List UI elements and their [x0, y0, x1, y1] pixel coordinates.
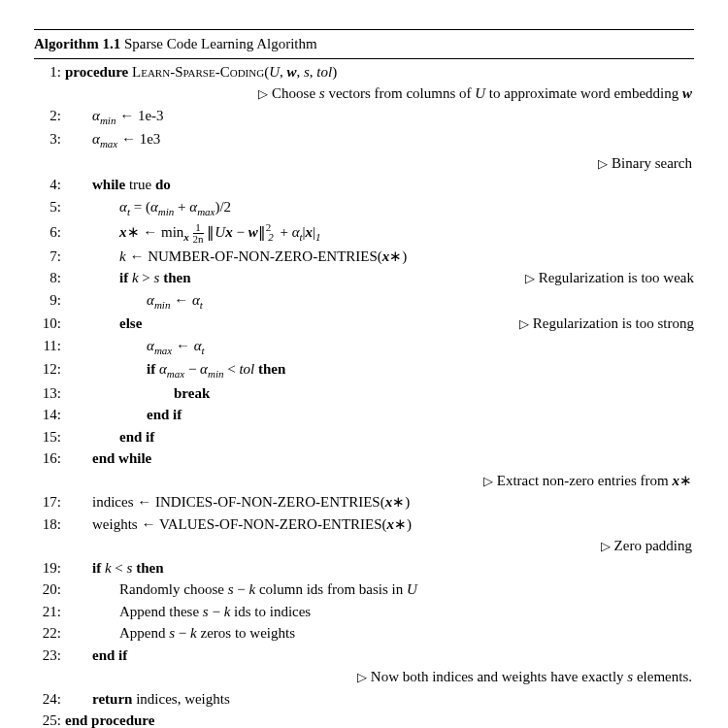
line-10: 10: else Regularization is too strong	[34, 313, 694, 335]
line-17: 17: indices ← INDICES-OF-NON-ZERO-ENTRIE…	[34, 491, 694, 513]
lineno: 14:	[34, 404, 65, 426]
algorithm-block: Algorithm 1.1 Sparse Code Learning Algor…	[34, 29, 694, 728]
lineno: 3:	[34, 128, 65, 150]
code: αt = (αmin + αmax)/2	[65, 196, 694, 220]
lineno: 16:	[34, 447, 65, 470]
code: weights ← VALUES-OF-NON-ZERO-ENTRIES(x∗)	[65, 513, 694, 536]
line-23: 23: end if	[34, 645, 694, 667]
line-25: 25: end procedure	[34, 710, 694, 728]
code: procedure Learn-Sparse-Coding(U, w, s, t…	[65, 61, 694, 83]
comment-text: Regularization is too strong	[519, 313, 694, 335]
code: indices ← INDICES-OF-NON-ZERO-ENTRIES(x∗…	[65, 491, 694, 513]
line-6: 6: x∗ ← minx 12n ‖Ux − w‖22 + αt|x|1	[34, 219, 694, 246]
line-16: 16: end while	[34, 447, 694, 470]
line-13: 13: break	[34, 382, 694, 405]
line-5: 5: αt = (αmin + αmax)/2	[34, 196, 694, 220]
algorithm-body: 1: procedure Learn-Sparse-Coding(U, w, s…	[34, 59, 694, 729]
lineno: 4:	[34, 174, 65, 196]
code: αmax ← 1e3	[65, 128, 694, 152]
lineno: 11:	[34, 335, 65, 357]
line-15: 15: end if	[34, 426, 694, 448]
line-18: 18: weights ← VALUES-OF-NON-ZERO-ENTRIES…	[34, 513, 694, 536]
algorithm-title: Algorithm 1.1 Sparse Code Learning Algor…	[34, 30, 694, 59]
code: end if	[65, 645, 694, 667]
line-20: 20: Randomly choose s − k column ids fro…	[34, 579, 694, 601]
comment-16: Extract non-zero entries from x∗	[34, 470, 694, 492]
code: αmin ← 1e-3	[65, 105, 694, 129]
algo-number: Algorithm 1.1	[34, 36, 120, 51]
comment-text: Binary search	[598, 152, 692, 175]
line-2: 2: αmin ← 1e-3	[34, 105, 694, 129]
line-21: 21: Append these s − k ids to indices	[34, 601, 694, 623]
comment-3: Binary search	[34, 152, 694, 175]
lineno: 13:	[34, 382, 65, 405]
lineno: 18:	[34, 513, 65, 536]
comment-text: Zero padding	[601, 535, 692, 557]
code: x∗ ← minx 12n ‖Ux − w‖22 + αt|x|1	[65, 219, 694, 246]
lineno: 25:	[34, 710, 65, 728]
line-4: 4: while true do	[34, 174, 694, 196]
comment-text: Regularization is too weak	[525, 267, 694, 289]
line-22: 22: Append s − k zeros to weights	[34, 622, 694, 645]
code: while true do	[65, 174, 694, 196]
lineno: 12:	[34, 358, 65, 381]
lineno: 17:	[34, 491, 65, 513]
code: return indices, weights	[65, 688, 694, 711]
lineno: 20:	[34, 579, 65, 601]
lineno: 22:	[34, 622, 65, 645]
line-19: 19: if k < s then	[34, 557, 694, 579]
line-9: 9: αmin ← αt	[34, 289, 694, 314]
comment-text: Extract non-zero entries from x∗	[483, 470, 692, 492]
line-14: 14: end if	[34, 404, 694, 426]
line-8: 8: if k > s then Regularization is too w…	[34, 267, 694, 289]
code: break	[65, 382, 694, 405]
code: end if	[65, 426, 694, 448]
line-1: 1: procedure Learn-Sparse-Coding(U, w, s…	[34, 61, 694, 83]
code: else	[65, 313, 519, 335]
code: end procedure	[65, 710, 694, 728]
lineno: 21:	[34, 601, 65, 623]
code: end if	[65, 404, 694, 426]
line-11: 11: αmax ← αt	[34, 335, 694, 359]
lineno: 2:	[34, 105, 65, 127]
comment-text: Now both indices and weights have exactl…	[357, 666, 692, 688]
algo-name: Sparse Code Learning Algorithm	[124, 36, 317, 51]
lineno: 23:	[34, 645, 65, 667]
kw-procedure: procedure	[65, 64, 128, 80]
line-7: 7: k ← NUMBER-OF-NON-ZERO-ENTRIES(x∗)	[34, 246, 694, 268]
code: end while	[65, 447, 694, 470]
lineno: 10:	[34, 313, 65, 335]
line-24: 24: return indices, weights	[34, 688, 694, 711]
code: Append these s − k ids to indices	[65, 601, 694, 623]
proc-name: Learn-Sparse-Coding	[132, 64, 264, 80]
lineno: 24:	[34, 688, 65, 711]
lineno: 6:	[34, 221, 65, 244]
comment-1: Choose s vectors from columns of U to ap…	[34, 83, 694, 105]
line-3: 3: αmax ← 1e3	[34, 128, 694, 152]
lineno: 8:	[34, 267, 65, 289]
lineno: 7:	[34, 246, 65, 268]
lineno: 15:	[34, 426, 65, 448]
code: Randomly choose s − k column ids from ba…	[65, 579, 694, 601]
lineno: 9:	[34, 289, 65, 312]
code: if k < s then	[65, 557, 694, 579]
code: k ← NUMBER-OF-NON-ZERO-ENTRIES(x∗)	[65, 246, 694, 268]
code: αmin ← αt	[65, 289, 694, 314]
lineno: 19:	[34, 557, 65, 579]
lineno: 1:	[34, 61, 65, 83]
code: Append s − k zeros to weights	[65, 622, 694, 645]
code: if k > s then	[65, 267, 525, 289]
code: if αmax − αmin < tol then	[65, 358, 694, 382]
line-12: 12: if αmax − αmin < tol then	[34, 358, 694, 382]
comment-23: Now both indices and weights have exactl…	[34, 666, 694, 688]
comment-text: Choose s vectors from columns of U to ap…	[258, 83, 692, 105]
proc-args: (U, w, s, tol)	[264, 64, 337, 80]
comment-18: Zero padding	[34, 535, 694, 557]
code: αmax ← αt	[65, 335, 694, 359]
lineno: 5:	[34, 196, 65, 218]
